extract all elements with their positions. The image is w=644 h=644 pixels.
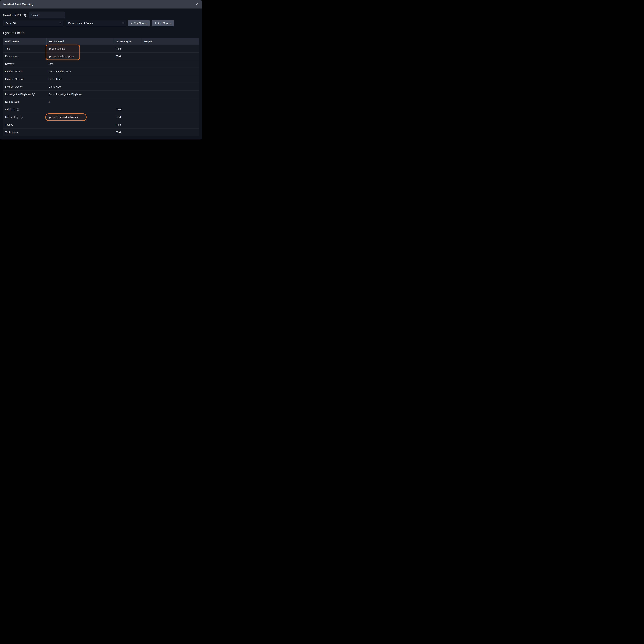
- source-field-value: .properties.incidentNumber: [49, 116, 79, 119]
- source-type-cell[interactable]: Text: [114, 129, 142, 136]
- incident-field-mapping-modal: Incident Field Mapping ✕ Main JSON Path:…: [0, 0, 202, 139]
- source-field-cell[interactable]: Demo Incident Type: [46, 68, 114, 75]
- plus-icon: +: [155, 21, 156, 25]
- json-path-row: Main JSON Path: ?: [3, 12, 199, 18]
- column-header-source-field: Source Field: [46, 38, 114, 45]
- field-name-cell: Unique Key?: [3, 113, 46, 121]
- source-field-cell[interactable]: Low: [46, 60, 114, 68]
- source-field-value: 1: [49, 100, 50, 103]
- system-fields-table: Field Name Source Field Source Type Rege…: [3, 38, 199, 136]
- source-type-value: Text: [116, 131, 121, 134]
- field-name-cell: Incident Creator: [3, 75, 46, 83]
- source-field-cell[interactable]: 1: [46, 98, 114, 106]
- source-field-value: .properties.title: [49, 47, 65, 50]
- add-source-label: Add Source: [158, 22, 171, 25]
- source-type-cell[interactable]: [114, 83, 142, 90]
- source-field-cell[interactable]: Demo User: [46, 83, 114, 90]
- field-name-cell: Investigation Playbook?: [3, 91, 46, 98]
- source-type-value: Text: [116, 123, 121, 126]
- source-field-value: .properties.description: [49, 55, 74, 58]
- source-field-cell[interactable]: [46, 129, 114, 136]
- json-path-input[interactable]: [29, 12, 65, 18]
- table-row: Incident CreatorDemo User: [3, 75, 199, 83]
- regex-cell[interactable]: [142, 91, 199, 98]
- source-type-cell[interactable]: [114, 98, 142, 106]
- required-asterisk: *: [21, 70, 22, 73]
- regex-cell[interactable]: [142, 121, 199, 128]
- source-type-cell[interactable]: [114, 91, 142, 98]
- field-name-label: Severity: [5, 62, 14, 65]
- source-type-cell[interactable]: [114, 68, 142, 75]
- close-icon[interactable]: ✕: [195, 2, 199, 6]
- source-field-cell[interactable]: [46, 121, 114, 128]
- source-type-value: Text: [116, 108, 121, 111]
- source-type-cell[interactable]: Text: [114, 53, 142, 60]
- field-name-cell: Incident Type*: [3, 68, 46, 75]
- source-field-value: Demo Incident Type: [49, 70, 71, 73]
- source-type-cell[interactable]: Text: [114, 106, 142, 113]
- site-select[interactable]: Demo Site: [3, 20, 63, 26]
- table-header-row: Field Name Source Field Source Type Rege…: [3, 38, 199, 45]
- field-name-cell: Due In Date: [3, 98, 46, 106]
- source-type-value: Text: [116, 55, 121, 58]
- source-field-value: Demo Investigation Playbook: [49, 93, 82, 96]
- table-row: Description.properties.descriptionText: [3, 52, 199, 60]
- regex-cell[interactable]: [142, 106, 199, 113]
- table-row: Incident Type*Demo Incident Type: [3, 68, 199, 75]
- regex-cell[interactable]: [142, 113, 199, 121]
- column-header-source-type: Source Type: [114, 38, 142, 45]
- table-row: TechniquesText: [3, 128, 199, 136]
- table-row: SeverityLow: [3, 60, 199, 68]
- source-field-cell[interactable]: .properties.description: [46, 53, 114, 60]
- edit-source-button[interactable]: Edit Source: [128, 20, 150, 26]
- regex-cell[interactable]: [142, 98, 199, 106]
- source-type-cell[interactable]: Text: [114, 45, 142, 52]
- regex-cell[interactable]: [142, 129, 199, 136]
- field-name-cell: Origin ID?: [3, 106, 46, 113]
- chevron-down-icon: [59, 23, 61, 24]
- edit-source-label: Edit Source: [134, 22, 147, 25]
- source-type-value: Text: [116, 116, 121, 119]
- field-name-label: Tactics: [5, 123, 13, 126]
- add-source-button[interactable]: + Add Source: [152, 20, 174, 26]
- table-row: TacticsText: [3, 121, 199, 128]
- field-name-label: Title: [5, 47, 10, 50]
- source-bar: Demo Site Demo Incident Source Edit Sour…: [3, 20, 199, 26]
- modal-header: Incident Field Mapping ✕: [0, 0, 202, 9]
- help-icon[interactable]: ?: [17, 108, 19, 111]
- source-field-cell[interactable]: [46, 106, 114, 113]
- source-field-cell[interactable]: Demo User: [46, 75, 114, 83]
- chevron-down-icon: [122, 23, 124, 24]
- modal-title: Incident Field Mapping: [3, 3, 33, 6]
- help-icon[interactable]: ?: [20, 116, 23, 118]
- source-type-cell[interactable]: Text: [114, 121, 142, 128]
- field-name-cell: Incident Owner: [3, 83, 46, 90]
- regex-cell[interactable]: [142, 75, 199, 83]
- field-name-cell: Description: [3, 53, 46, 60]
- section-title: System Fields: [3, 31, 199, 35]
- source-field-value: Low: [49, 62, 53, 65]
- table-row: Investigation Playbook?Demo Investigatio…: [3, 90, 199, 98]
- field-name-label: Due In Date: [5, 100, 19, 103]
- source-type-cell[interactable]: [114, 75, 142, 83]
- incident-source-select-value: Demo Incident Source: [68, 22, 94, 25]
- source-type-cell[interactable]: [114, 60, 142, 68]
- field-name-cell: Title: [3, 45, 46, 52]
- regex-cell[interactable]: [142, 68, 199, 75]
- question-circle-icon[interactable]: ?: [24, 14, 27, 17]
- regex-cell[interactable]: [142, 45, 199, 52]
- source-field-cell[interactable]: Demo Investigation Playbook: [46, 91, 114, 98]
- source-field-cell[interactable]: .properties.title: [46, 45, 114, 52]
- field-name-cell: Techniques: [3, 129, 46, 136]
- field-name-label: Investigation Playbook: [5, 93, 31, 96]
- incident-source-select[interactable]: Demo Incident Source: [66, 20, 126, 26]
- table-row: Origin ID?Text: [3, 106, 199, 113]
- field-name-label: Description: [5, 55, 18, 58]
- regex-cell[interactable]: [142, 53, 199, 60]
- source-type-cell[interactable]: Text: [114, 113, 142, 121]
- regex-cell[interactable]: [142, 83, 199, 90]
- source-field-cell[interactable]: .properties.incidentNumber: [46, 113, 114, 121]
- regex-cell[interactable]: [142, 60, 199, 68]
- help-icon[interactable]: ?: [32, 93, 35, 96]
- field-name-label: Incident Type: [5, 70, 20, 73]
